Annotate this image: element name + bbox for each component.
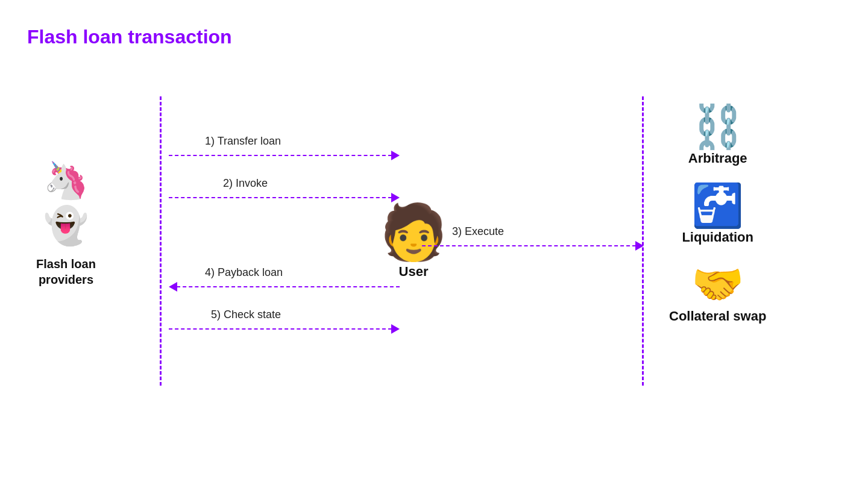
user-label: User	[399, 264, 429, 280]
step5-line	[169, 328, 392, 330]
step2-line	[169, 197, 392, 198]
unicorn-icon: 🦄	[43, 163, 89, 199]
liquidation-label: Liquidation	[682, 230, 753, 245]
step3-label: 3) Execute	[452, 225, 504, 238]
step5-arrow: 5) Check state	[169, 324, 400, 334]
step4-arrow: 4) Payback loan	[169, 282, 400, 292]
faucet-icon: 🚰	[691, 184, 744, 227]
page-title: Flash loan transaction	[27, 26, 232, 48]
providers-section: 🦄 👻 Flash loanproviders	[36, 163, 96, 287]
ghost-icon: 👻	[43, 208, 89, 244]
step2-label: 2) Invoke	[223, 177, 268, 190]
arbitrage-label: Arbitrage	[688, 151, 747, 166]
user-emoji: 🧑	[380, 205, 447, 259]
step3-arrowhead	[635, 241, 644, 251]
provider-icons: 🦄 👻	[43, 163, 89, 244]
arbitrage-option: ⛓️ Arbitrage	[688, 105, 747, 166]
step4-arrowhead	[169, 282, 177, 292]
collateral-swap-option: 🤝 Collateral swap	[669, 263, 766, 324]
step1-arrow: 1) Transfer loan	[169, 151, 400, 160]
liquidation-option: 🚰 Liquidation	[682, 184, 753, 245]
step1-arrowhead	[391, 151, 400, 160]
collateral-swap-label: Collateral swap	[669, 308, 766, 324]
step5-arrowhead	[391, 324, 400, 334]
step1-line	[169, 155, 392, 156]
step2-arrow: 2) Invoke	[169, 193, 400, 202]
step5-label: 5) Check state	[211, 308, 281, 321]
chain-icon: ⛓️	[691, 105, 744, 148]
step3-arrow: 3) Execute	[422, 241, 644, 251]
left-border-line	[160, 96, 162, 386]
handshake-icon: 🤝	[691, 263, 744, 305]
step4-label: 4) Payback loan	[205, 266, 283, 279]
step3-line	[422, 245, 636, 246]
step4-line	[177, 286, 400, 287]
providers-label: Flash loanproviders	[36, 256, 96, 287]
step2-arrowhead	[391, 193, 400, 202]
step1-label: 1) Transfer loan	[205, 135, 281, 148]
right-options: ⛓️ Arbitrage 🚰 Liquidation 🤝 Collateral …	[669, 105, 766, 324]
